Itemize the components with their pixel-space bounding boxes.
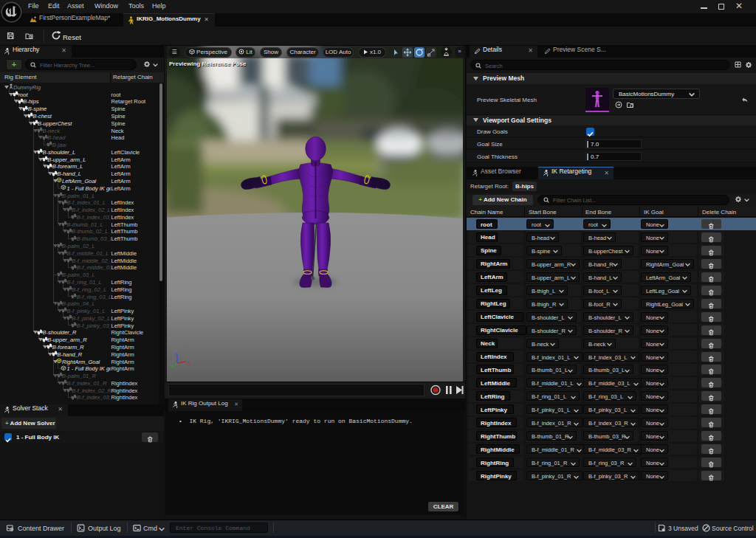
svg-text:y: y	[171, 362, 173, 368]
svg-text:z: z	[174, 351, 177, 356]
svg-text:x: x	[188, 359, 190, 365]
